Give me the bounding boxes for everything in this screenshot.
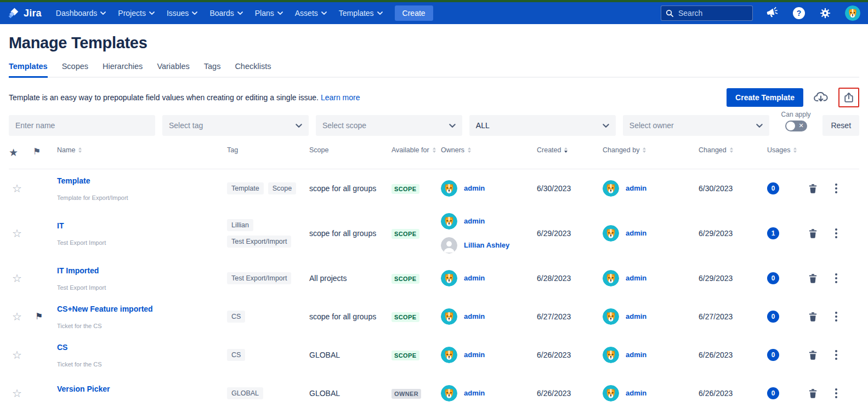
delete-button[interactable] (808, 349, 818, 360)
export-templates-button[interactable] (838, 88, 859, 107)
learn-more-link[interactable]: Learn more (321, 93, 360, 102)
global-search[interactable] (661, 5, 753, 21)
can-apply-toggle[interactable]: ✕ (785, 121, 807, 131)
flag-icon[interactable]: ⚑ (33, 312, 43, 321)
nav-menu-assets[interactable]: Assets (295, 9, 327, 18)
user-link[interactable]: admin (464, 184, 485, 192)
top-navbar: Jira Dashboards Projects Issues Boards P… (0, 2, 868, 24)
user-link[interactable]: admin (626, 184, 646, 192)
template-name-link[interactable]: IT (57, 221, 64, 230)
kebab-menu-icon[interactable] (832, 183, 840, 193)
user-link[interactable]: admin (626, 229, 646, 237)
help-icon[interactable]: ? (792, 7, 805, 20)
tab-hierarchies[interactable]: Hierarchies (103, 62, 143, 78)
user-link[interactable]: admin (464, 351, 485, 359)
delete-button[interactable] (808, 183, 818, 194)
user-link[interactable]: admin (626, 274, 646, 282)
create-template-button[interactable]: Create Template (727, 88, 803, 107)
tab-checklists[interactable]: Checklists (235, 62, 271, 78)
tab-tags[interactable]: Tags (204, 62, 221, 78)
tab-variables[interactable]: Variables (157, 62, 189, 78)
scope-filter-select[interactable]: Select scope (316, 115, 462, 136)
star-icon[interactable]: ☆ (9, 227, 22, 240)
usages-badge[interactable]: 0 (767, 387, 779, 399)
delete-button[interactable] (808, 273, 818, 284)
user-link[interactable]: admin (464, 389, 485, 397)
star-icon[interactable]: ☆ (9, 182, 22, 195)
user-link[interactable]: admin (464, 274, 485, 282)
tab-scopes[interactable]: Scopes (62, 62, 88, 78)
tag-list: CS (227, 311, 309, 323)
import-templates-button[interactable] (812, 90, 830, 105)
jira-logo-icon (8, 7, 20, 19)
star-column-icon[interactable]: ★ (9, 146, 18, 160)
flag-column-icon[interactable]: ⚑ (33, 146, 41, 158)
kebab-menu-icon[interactable] (832, 388, 840, 398)
column-header-created[interactable]: Created (537, 146, 603, 155)
user-link[interactable]: Lillian Ashley (464, 241, 509, 249)
nav-menu-label: Plans (255, 9, 274, 18)
name-filter[interactable] (9, 115, 155, 136)
kebab-menu-icon[interactable] (832, 273, 840, 283)
megaphone-icon[interactable] (766, 7, 779, 20)
column-header-usages[interactable]: Usages (767, 146, 808, 155)
nav-menu-plans[interactable]: Plans (255, 9, 283, 18)
status-filter-select[interactable]: ALL (469, 115, 616, 136)
chevron-down-icon (321, 12, 327, 15)
nav-menu-issues[interactable]: Issues (167, 9, 197, 18)
owners-list: admin (441, 308, 537, 325)
jira-logo[interactable]: Jira (8, 7, 42, 19)
trash-icon (808, 388, 818, 399)
name-filter-input[interactable] (15, 121, 149, 130)
column-header-available-for[interactable]: Available for (392, 146, 441, 155)
column-header-changed[interactable]: Changed (699, 146, 767, 155)
sort-icon (793, 147, 797, 153)
template-name-link[interactable]: IT Imported (57, 266, 99, 275)
nav-menu-boards[interactable]: Boards (209, 9, 242, 18)
star-icon[interactable]: ☆ (9, 310, 22, 323)
template-name-link[interactable]: CS (57, 343, 67, 352)
search-input[interactable] (678, 9, 744, 18)
changed-by: admin (603, 225, 699, 242)
delete-button[interactable] (808, 311, 818, 322)
owner-filter-select[interactable]: Select owner (623, 115, 769, 136)
template-name-link[interactable]: Template (57, 176, 90, 185)
user-link[interactable]: admin (626, 312, 646, 320)
reset-filters-button[interactable]: Reset (822, 115, 859, 136)
star-icon[interactable]: ☆ (9, 272, 22, 285)
kebab-menu-icon[interactable] (832, 350, 840, 360)
column-header-owners[interactable]: Owners (441, 146, 537, 155)
kebab-menu-icon[interactable] (832, 312, 840, 322)
trash-icon (808, 273, 818, 284)
kebab-menu-icon[interactable] (832, 228, 840, 238)
nav-menu-templates[interactable]: Templates (339, 9, 383, 18)
user-link[interactable]: admin (464, 312, 485, 320)
delete-button[interactable] (808, 228, 818, 239)
template-name-link[interactable]: Version Picker (57, 385, 110, 393)
available-for-badge: SCOPE (392, 184, 419, 194)
star-icon[interactable]: ☆ (9, 348, 22, 362)
template-name-link[interactable]: CS+New Feature imported (57, 305, 153, 313)
nav-menu-dashboards[interactable]: Dashboards (56, 9, 106, 18)
usages-badge[interactable]: 0 (767, 272, 779, 284)
user-avatar (603, 270, 619, 286)
usages-badge[interactable]: 0 (767, 349, 779, 361)
nav-menu-projects[interactable]: Projects (118, 9, 155, 18)
delete-button[interactable] (808, 388, 818, 399)
tab-templates[interactable]: Templates (9, 62, 48, 78)
usages-badge[interactable]: 1 (767, 227, 779, 239)
nav-create-button[interactable]: Create (395, 5, 433, 21)
usages-badge[interactable]: 0 (767, 311, 779, 323)
user-link[interactable]: admin (626, 389, 646, 397)
user-link[interactable]: admin (464, 217, 485, 225)
table-row: ☆ ⚑ IT Imported Test Export Import Test … (9, 259, 859, 297)
nav-menu-label: Templates (339, 9, 374, 18)
user-avatar[interactable] (845, 5, 860, 21)
tag-filter-select[interactable]: Select tag (162, 115, 309, 136)
column-header-name[interactable]: Name (57, 146, 227, 155)
star-icon[interactable]: ☆ (9, 387, 22, 400)
usages-badge[interactable]: 0 (767, 182, 779, 194)
user-link[interactable]: admin (626, 351, 646, 359)
column-header-changed-by[interactable]: Changed by (603, 146, 699, 155)
gear-icon[interactable] (819, 7, 832, 20)
